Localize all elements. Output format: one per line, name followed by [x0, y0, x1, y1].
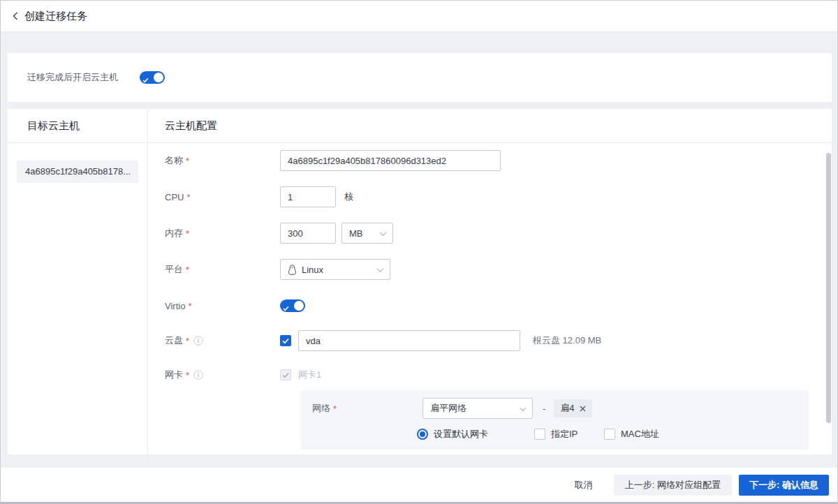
chevron-down-icon [520, 404, 527, 411]
power-on-label: 迁移完成后开启云主机 [27, 53, 118, 102]
main-panel: 目标云主机 云主机配置 4a6895c1f29a405b8178... 名称* … [8, 109, 832, 454]
toggle-knob [154, 73, 163, 82]
disk-checkbox[interactable] [280, 335, 291, 346]
virtio-label: Virtio* [165, 301, 280, 311]
vm-config-panel-title: 云主机配置 [165, 109, 217, 142]
radio-icon [417, 429, 428, 440]
network-tag-label: 扁4 [560, 402, 574, 415]
memory-row: 内存* MB [165, 223, 804, 244]
nic-network-panel: 网络* 扁平网络 - 扁4 设置默认网卡 [301, 390, 809, 450]
nic-row: 网卡* 网卡1 [165, 364, 804, 385]
cancel-button[interactable]: 取消 [575, 479, 593, 491]
page-title: 创建迁移任务 [24, 10, 87, 23]
network-label: 网络* [312, 402, 422, 415]
memory-input[interactable] [280, 223, 336, 244]
footer-bar: 取消 上一步: 网络对应组配置 下一步: 确认信息 [1, 468, 837, 502]
name-label: 名称* [165, 154, 280, 167]
network-row: 网络* 扁平网络 - 扁4 [312, 398, 592, 419]
platform-row: 平台* Linux [165, 259, 804, 280]
nic1-label: 网卡1 [298, 369, 321, 381]
virtio-toggle[interactable] [280, 299, 305, 312]
checkbox-icon [604, 429, 615, 440]
target-vm-panel-title: 目标云主机 [27, 109, 80, 142]
checkbox-icon [534, 429, 545, 440]
create-migration-task-page: 创建迁移任务 迁移完成后开启云主机 目标云主机 云主机配置 4a6895c1f2… [0, 0, 838, 504]
info-icon[interactable] [193, 370, 203, 380]
toggle-knob [294, 301, 304, 311]
platform-label: 平台* [165, 263, 280, 276]
next-step-button[interactable]: 下一步: 确认信息 [739, 475, 829, 496]
check-icon [142, 75, 149, 85]
close-icon [580, 406, 586, 412]
target-vm-list-item[interactable]: 4a6895c1f29a405b8178... [17, 161, 138, 183]
memory-label: 内存* [165, 227, 280, 239]
network-options-row: 设置默认网卡 指定IP MAC地址 [301, 424, 809, 445]
disk-row: 云盘* 根云盘 12.09 MB [165, 330, 804, 351]
check-icon [282, 338, 289, 344]
disk-name-input[interactable] [298, 330, 520, 351]
default-nic-radio[interactable]: 设置默认网卡 [411, 424, 488, 445]
linux-icon [288, 265, 297, 275]
panel-divider [147, 109, 148, 454]
disk-label: 云盘* [165, 334, 280, 347]
check-icon [282, 372, 289, 378]
root-disk-note: 根云盘 12.09 MB [533, 334, 601, 347]
default-nic-label: 设置默认网卡 [434, 428, 488, 440]
check-icon [283, 303, 289, 313]
vertical-scrollbar-thumb[interactable] [826, 153, 831, 423]
name-input[interactable] [280, 150, 501, 171]
name-row: 名称* [165, 150, 804, 171]
mac-address-label: MAC地址 [621, 428, 659, 440]
platform-select[interactable]: Linux [280, 259, 390, 280]
nic-label: 网卡* [165, 369, 280, 381]
page-header: 创建迁移任务 [1, 1, 837, 32]
network-type-select[interactable]: 扁平网络 [422, 398, 533, 419]
mac-address-checkbox[interactable]: MAC地址 [598, 424, 659, 445]
virtio-row: Virtio* [165, 295, 804, 316]
prev-step-button[interactable]: 上一步: 网络对应组配置 [614, 475, 732, 496]
cpu-label: CPU* [165, 192, 280, 202]
nic-checkbox [280, 369, 291, 380]
chevron-down-icon [380, 229, 387, 236]
assign-ip-checkbox[interactable]: 指定IP [529, 424, 578, 445]
power-on-section: 迁移完成后开启云主机 [8, 53, 832, 102]
cpu-input[interactable] [280, 186, 336, 207]
cpu-row: CPU* 核 [165, 186, 804, 207]
chevron-down-icon [377, 265, 384, 272]
heading-rule [8, 142, 832, 143]
memory-unit-select[interactable]: MB [341, 223, 393, 244]
chevron-left-icon [11, 11, 20, 21]
cpu-unit-label: 核 [344, 191, 353, 203]
assign-ip-label: 指定IP [551, 428, 578, 440]
network-tag: 扁4 [554, 399, 591, 417]
tag-remove-button[interactable] [580, 406, 586, 412]
dash-separator: - [543, 403, 545, 414]
power-on-toggle[interactable] [140, 71, 165, 84]
back-button[interactable] [11, 11, 20, 21]
info-icon[interactable] [193, 336, 203, 346]
